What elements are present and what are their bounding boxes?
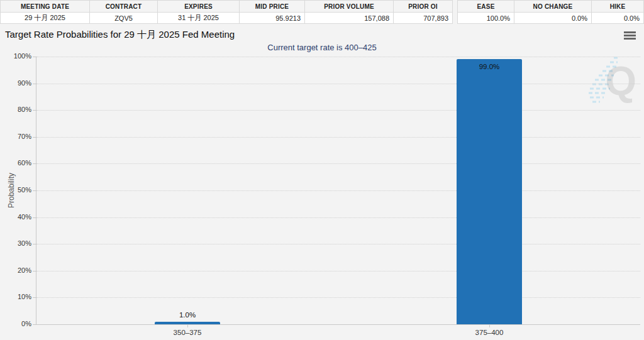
quikstrike-watermark-logo: Q — [589, 55, 639, 106]
x-axis-tick — [489, 325, 490, 327]
y-axis-label: 60% — [3, 159, 31, 167]
y-axis-label: 70% — [3, 133, 31, 140]
y-axis-tick — [33, 297, 36, 298]
gridline — [36, 297, 640, 298]
y-axis-tick — [33, 217, 36, 218]
y-axis-label: 80% — [3, 106, 31, 113]
y-axis-label: 20% — [3, 266, 31, 274]
expires-value: 31 十月 2025 — [158, 13, 240, 24]
table-header-row: EASE NO CHANGE HIKE — [458, 1, 644, 13]
column-header-meeting-date: MEETING DATE — [1, 1, 90, 13]
hamburger-menu-icon[interactable] — [624, 31, 636, 41]
y-axis-tick — [33, 137, 36, 138]
column-header-mid-price: MID PRICE — [240, 1, 305, 13]
table-header-row: MEETING DATE CONTRACT EXPIRES MID PRICE … — [1, 1, 453, 13]
column-header-no-change: NO CHANGE — [514, 1, 592, 13]
table-row: 29 十月 2025 ZQV5 31 十月 2025 95.9213 157,0… — [1, 13, 453, 24]
y-axis-tick — [33, 190, 36, 191]
y-axis-tick — [33, 244, 36, 244]
y-axis-label: 40% — [3, 213, 31, 221]
watermark-letter: Q — [605, 58, 636, 104]
y-axis-tick — [33, 271, 36, 271]
gridline — [36, 163, 640, 164]
x-axis-category-label: 375–400 — [338, 329, 640, 336]
bar-value-label: 1.0% — [150, 311, 225, 319]
gridline — [36, 137, 640, 138]
gridline — [36, 57, 640, 57]
column-header-contract: CONTRACT — [90, 1, 158, 13]
y-axis-tick — [33, 110, 36, 111]
chart-subtitle: Current target rate is 400–425 — [0, 43, 644, 52]
y-axis-tick — [33, 324, 36, 325]
watermark-swoosh-icon — [585, 54, 635, 108]
x-axis-line — [36, 324, 640, 325]
gridline — [36, 190, 640, 191]
gridline — [36, 271, 640, 271]
chart-title: Target Rate Probabilities for 29 十月 2025… — [5, 29, 235, 41]
no-change-value: 0.0% — [514, 13, 592, 24]
menu-bar — [624, 35, 636, 36]
x-axis-tick — [187, 325, 188, 327]
x-axis-category-label: 350–375 — [36, 329, 338, 336]
bar-value-label: 99.0% — [452, 63, 527, 70]
y-axis-tick — [33, 57, 36, 57]
contract-info-table: MEETING DATE CONTRACT EXPIRES MID PRICE … — [0, 0, 453, 24]
y-axis-label: 100% — [3, 52, 31, 60]
column-header-expires: EXPIRES — [158, 1, 240, 13]
contract-value: ZQV5 — [90, 13, 158, 24]
mid-price-value: 95.9213 — [240, 13, 305, 24]
fedwatch-panel: MEETING DATE CONTRACT EXPIRES MID PRICE … — [0, 0, 644, 340]
gridline — [36, 110, 640, 111]
menu-bar — [624, 31, 636, 33]
column-header-prior-volume: PRIOR VOLUME — [305, 1, 394, 13]
prior-oi-value: 707,893 — [394, 13, 453, 24]
column-header-hike: HIKE — [592, 1, 644, 13]
column-header-prior-oi: PRIOR OI — [394, 1, 453, 13]
y-axis-label: 0% — [3, 320, 31, 327]
y-axis-tick — [33, 84, 36, 84]
bar-350–375[interactable] — [155, 322, 220, 324]
gridline — [36, 84, 640, 84]
hike-value: 0.0% — [592, 13, 644, 24]
probability-summary-table: EASE NO CHANGE HIKE 100.0% 0.0% 0.0% — [457, 0, 644, 24]
menu-bar — [624, 38, 636, 40]
ease-value: 100.0% — [458, 13, 514, 24]
y-axis-label: 50% — [3, 186, 31, 194]
column-header-ease: EASE — [458, 1, 514, 13]
table-row: 100.0% 0.0% 0.0% — [458, 13, 644, 24]
y-axis-label: 30% — [3, 239, 31, 247]
y-axis-tick — [33, 163, 36, 164]
meeting-date-value: 29 十月 2025 — [1, 13, 90, 24]
bar-375–400[interactable] — [457, 59, 522, 324]
gridline — [36, 217, 640, 218]
y-axis-label: 10% — [3, 293, 31, 300]
gridline — [36, 244, 640, 244]
y-axis-label: 90% — [3, 79, 31, 87]
prior-volume-value: 157,088 — [305, 13, 394, 24]
